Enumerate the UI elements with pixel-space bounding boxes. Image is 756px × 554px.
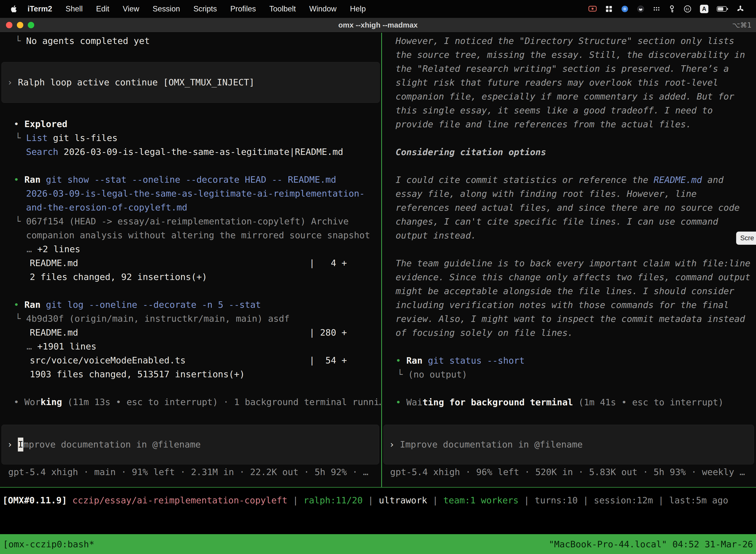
text-segment	[67, 495, 72, 505]
gauge-icon[interactable]: 61	[684, 5, 692, 13]
text-segment: Ran	[406, 355, 422, 366]
menu-item-edit[interactable]: Edit	[89, 4, 116, 13]
dark-app-icon[interactable]	[637, 5, 644, 13]
grid-icon[interactable]	[605, 5, 613, 13]
text-cursor: I	[18, 438, 23, 451]
omx-status-line: [OMX#0.11.9] cczip/essay/ai-reimplementa…	[2, 493, 728, 507]
text-segment: •	[396, 355, 406, 366]
terminal-line: review. Also, I might want to inspect th…	[382, 312, 756, 326]
text-segment: provide file and line references from th…	[396, 119, 691, 129]
terminal-line: I could cite commit statistics or refere…	[382, 173, 756, 187]
prompt-input-left[interactable]: › Improve documentation in @filename	[1, 425, 379, 464]
text-segment: including verification notes with those …	[396, 300, 729, 310]
browser-icon[interactable]	[621, 5, 629, 13]
text-segment: README.md	[653, 175, 702, 185]
ralph-loop-banner: › Ralph loop active continue [OMX_TMUX_I…	[1, 62, 380, 103]
apple-menu-icon[interactable]	[10, 5, 17, 13]
window-title: omx --xhigh --madmax	[338, 21, 418, 29]
menu-item-shell[interactable]: Shell	[59, 4, 89, 13]
menu-item-toolbelt[interactable]: Toolbelt	[263, 4, 303, 13]
text-segment: review. Also, I might want to inspect th…	[396, 314, 745, 324]
text-segment: ralph:11/20	[304, 495, 363, 505]
menu-item-scripts[interactable]: Scripts	[187, 4, 224, 13]
text-segment: and	[702, 175, 723, 185]
text-segment: I could cite commit statistics or refere…	[396, 175, 653, 185]
terminal-line: • Ran git status --short	[382, 354, 756, 368]
terminal-line: changes, I can't cite specific file line…	[382, 215, 756, 229]
text-segment: git status --short	[428, 355, 524, 366]
text-segment: the source tree, missing the essay. Stil…	[396, 50, 745, 60]
terminal-line: However, I noticed the "Directory Struct…	[382, 34, 756, 48]
terminal-line: • Waiting for background terminal (1m 41…	[382, 395, 756, 409]
zoom-window-button[interactable]	[28, 22, 34, 28]
screen-recording-indicator-icon[interactable]	[588, 5, 597, 12]
menu-item-view[interactable]: View	[116, 4, 146, 13]
text-segment: •	[14, 174, 24, 185]
text-segment: src/voice/voiceModeEnabled.ts | 54 +	[30, 355, 347, 365]
terminal-line: output instead.	[382, 229, 756, 242]
minimize-window-button[interactable]	[17, 22, 23, 28]
left-pane[interactable]: └ No agents completed yet › Ralph loop a…	[0, 33, 381, 487]
text-segment: session:12m	[594, 495, 653, 505]
input-text: Improve documentation in @filename	[400, 438, 583, 451]
text-segment: README.md | 4 +	[30, 258, 347, 268]
dots-grid-icon[interactable]	[653, 6, 660, 12]
text-segment: git ls-files	[48, 133, 118, 143]
menu-item-window[interactable]: Window	[303, 4, 343, 13]
terminal-line: README.md | 280 +	[0, 326, 381, 340]
terminal-line: └ 4b9d30f (origin/main, instructkr/main,…	[0, 312, 381, 326]
terminal-line: references need actual files, and since …	[382, 201, 756, 215]
menu-item-session[interactable]: Session	[146, 4, 187, 13]
ralph-loop-text: Ralph loop active continue [OMX_TMUX_INJ…	[18, 75, 254, 89]
terminal-line: README.md | 4 +	[0, 256, 381, 270]
text-segment: (1m 41s • esc to interrupt)	[578, 397, 723, 407]
text-segment: references need actual files, and since …	[396, 203, 740, 213]
text-segment: output instead.	[396, 230, 476, 240]
fan-icon[interactable]	[737, 5, 744, 13]
pane-separator-horizontal	[0, 487, 756, 488]
input-source-icon[interactable]: A	[700, 5, 708, 13]
text-segment: slight risk that future readers may over…	[396, 77, 718, 88]
text-segment: └	[15, 36, 26, 46]
right-pane[interactable]: However, I noticed the "Directory Struct…	[382, 33, 756, 487]
text-segment: |	[288, 495, 304, 505]
menu-item-profiles[interactable]: Profiles	[224, 4, 262, 13]
text-segment: might be acceptable alongside the file l…	[396, 286, 734, 296]
text-segment: evidence. Since this change only affects…	[396, 272, 750, 282]
text-segment: king	[41, 397, 62, 407]
text-segment: Ran	[24, 174, 41, 185]
window-shortcut-hint: ⌥⌘1	[732, 21, 752, 29]
text-segment: companion analysis without altering the …	[26, 230, 370, 240]
terminal-line: … +1901 lines	[0, 340, 381, 353]
gauge-value: 61	[686, 7, 689, 11]
text-segment: ultrawork	[379, 495, 427, 505]
text-segment: (11m 13s • esc to interrupt) · 1 backgro…	[67, 397, 381, 407]
window-title-bar[interactable]: omx --xhigh --madmax ⌥⌘1	[0, 18, 756, 33]
text-segment: last:5m ago	[669, 495, 728, 505]
terminal-line: essay file, along with finding root file…	[382, 187, 756, 201]
terminal-line: evidence. Since this change only affects…	[382, 270, 756, 284]
terminal-line: • Ran git show --stat --oneline --decora…	[0, 173, 381, 187]
text-segment: |	[578, 495, 594, 505]
close-window-button[interactable]	[6, 22, 12, 28]
battery-icon[interactable]	[717, 6, 728, 12]
text-segment: └	[397, 369, 408, 380]
menu-item-help[interactable]: Help	[343, 4, 373, 13]
key-icon[interactable]	[669, 5, 675, 13]
text-segment: Considering citation options	[396, 147, 546, 157]
text-segment: this single essay, it seems like a good …	[396, 105, 713, 115]
text-segment: 067f154 (HEAD -> essay/ai-reimplementati…	[26, 216, 349, 226]
terminal-line: • Explored	[0, 117, 381, 131]
text-segment: +2 lines	[37, 244, 80, 254]
terminal-line: The team guideline is to back every impo…	[382, 257, 756, 270]
menu-items: iTerm2ShellEditViewSessionScriptsProfile…	[21, 4, 373, 13]
text-segment: However, I noticed the "Directory Struct…	[396, 36, 734, 46]
menu-item-iterm2[interactable]: iTerm2	[21, 4, 59, 13]
text-segment: of focusing solely on file lines.	[396, 328, 573, 338]
text-segment: •	[396, 397, 406, 407]
prompt-input-right[interactable]: › Improve documentation in @filename	[383, 425, 754, 464]
text-segment: the "Related research writing" section i…	[396, 63, 729, 74]
tmux-session-label: [omx-cczip0:bash*	[3, 539, 94, 549]
screen-share-overlay-button[interactable]: Scre	[736, 232, 756, 245]
text-segment: 2 files changed, 92 insertions(+)	[30, 272, 207, 282]
